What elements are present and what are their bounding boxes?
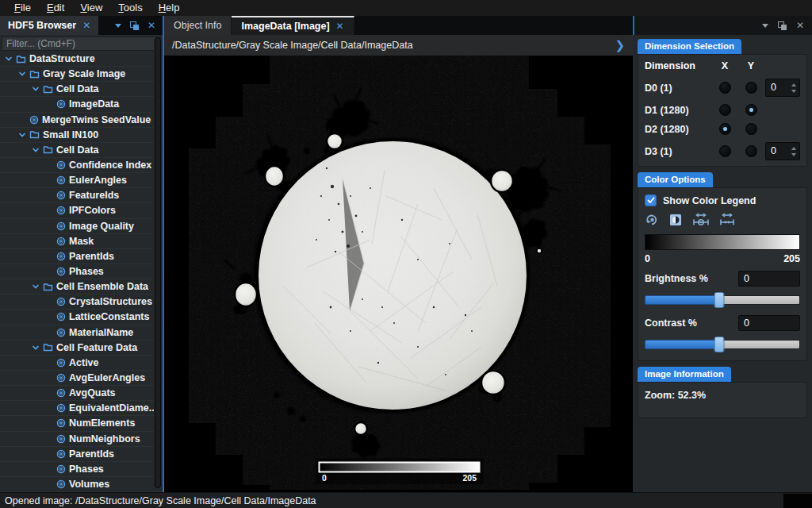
tree-item[interactable]: Cell Ensemble Data <box>0 279 163 294</box>
tree-item[interactable]: EulerAngles <box>0 173 163 188</box>
contrast-slider[interactable] <box>645 336 800 353</box>
tree-item[interactable]: NumElements <box>0 416 163 431</box>
dataset-icon <box>56 373 66 383</box>
chevron-down-icon[interactable] <box>32 146 40 154</box>
tree-item[interactable]: NumNeighbors <box>0 432 163 447</box>
contrast-value[interactable]: 0 <box>738 315 800 331</box>
scale-range-icon[interactable] <box>719 213 735 227</box>
tree-item[interactable]: AvgQuats <box>0 386 163 401</box>
reset-view-icon[interactable] <box>645 213 659 227</box>
tree-item[interactable]: Phases <box>0 264 163 279</box>
dimension-spinbox[interactable]: 0 <box>765 79 800 97</box>
y-radio-button[interactable] <box>745 123 757 135</box>
float-panel-icon[interactable] <box>130 21 139 30</box>
dataset-icon <box>56 160 66 170</box>
tree-item[interactable]: ImageData <box>0 97 163 112</box>
spin-down-icon[interactable] <box>791 153 796 156</box>
spin-up-icon[interactable] <box>791 83 796 87</box>
slider-handle[interactable] <box>714 292 725 308</box>
menu-tools[interactable]: Tools <box>110 0 150 16</box>
dataset-icon <box>56 388 66 398</box>
menu-file[interactable]: File <box>6 0 39 16</box>
close-icon[interactable]: ✕ <box>796 20 804 31</box>
tree-item[interactable]: Phases <box>0 462 163 477</box>
tab-imagedata[interactable]: ImageData [Image] ✕ <box>232 16 354 35</box>
tree-item[interactable]: Confidence Index <box>0 158 163 173</box>
float-panel-icon[interactable] <box>778 21 787 30</box>
document-tab-bar: Object Info ImageData [Image] ✕ <box>164 16 633 35</box>
menu-view[interactable]: View <box>72 0 110 16</box>
tree-item[interactable]: ParentIds <box>0 249 163 264</box>
tree-item[interactable]: Volumes <box>0 477 163 492</box>
chevron-down-icon[interactable] <box>32 85 40 93</box>
tree-item-label: NumElements <box>69 418 135 429</box>
tree-item[interactable]: Cell Data <box>0 82 163 97</box>
tab-object-info[interactable]: Object Info <box>164 16 232 35</box>
menu-help[interactable]: Help <box>151 0 188 16</box>
scrollbar-thumb[interactable] <box>155 37 161 488</box>
tree-item[interactable]: Active <box>0 356 163 371</box>
tree-item[interactable]: MaterialName <box>0 325 163 341</box>
tree-item[interactable]: LatticeConstants <box>0 310 163 325</box>
tree-item[interactable]: Cell Feature Data <box>0 341 163 356</box>
x-radio-button[interactable] <box>719 145 731 157</box>
tree-item[interactable]: EquivalentDiame... <box>0 401 163 416</box>
tree-item-label: ImageData <box>69 98 119 110</box>
chevron-down-icon[interactable] <box>115 24 121 28</box>
close-icon[interactable]: ✕ <box>147 20 155 31</box>
spin-down-icon[interactable] <box>791 90 796 93</box>
dataset-icon <box>56 464 66 474</box>
tree-item[interactable]: AvgEulerAngles <box>0 371 163 386</box>
chevron-down-icon[interactable] <box>5 55 13 63</box>
tree-item[interactable]: Image Quality <box>0 219 163 234</box>
tree-item[interactable]: Cell Data <box>0 143 163 158</box>
spin-up-icon[interactable] <box>791 147 796 150</box>
hdf5-browser-tab-label: HDF5 Browser <box>8 20 76 31</box>
chevron-down-icon[interactable] <box>762 24 768 28</box>
tree-item[interactable]: ParentIds <box>0 447 163 462</box>
chevron-down-icon[interactable] <box>18 70 26 78</box>
y-radio-button[interactable] <box>745 82 757 94</box>
tree-scrollbar[interactable] <box>154 37 162 489</box>
tree-item-label: Small IN100 <box>43 129 98 140</box>
tree-item-label: Active <box>69 357 99 368</box>
tree-item[interactable]: Small IN100 <box>0 128 163 143</box>
filter-input[interactable]: Filter... (Cmd+F) <box>2 37 161 51</box>
image-viewport[interactable]: 0 205 <box>164 56 633 492</box>
dataset-icon <box>56 328 66 337</box>
gradient-min-label: 0 <box>645 253 650 264</box>
hdf5-browser-tab[interactable]: HDF5 Browser ✕ <box>0 16 98 35</box>
tree-item[interactable]: Gray Scale Image <box>0 67 163 82</box>
tree-item[interactable]: CrystalStructures <box>0 294 163 310</box>
x-radio-button[interactable] <box>719 104 731 116</box>
tree-item[interactable]: IPFColors <box>0 203 163 218</box>
tree-item-label: Mask <box>69 236 94 247</box>
chevron-down-icon[interactable] <box>18 131 26 139</box>
tree-item[interactable]: Mask <box>0 234 163 249</box>
menu-edit[interactable]: Edit <box>39 0 72 16</box>
fit-range-icon[interactable] <box>692 213 710 227</box>
slider-handle[interactable] <box>714 337 725 352</box>
tree-item-label: Cell Data <box>56 83 99 94</box>
show-color-legend-checkbox[interactable] <box>645 194 657 206</box>
y-radio-button[interactable] <box>745 104 757 116</box>
hdf5-browser-panel: Filter... (Cmd+F) DataStructureGray Scal… <box>0 35 164 492</box>
invert-colors-icon[interactable] <box>668 213 683 227</box>
close-icon[interactable]: ✕ <box>336 21 344 32</box>
tree-item[interactable]: DataStructure <box>0 52 163 67</box>
close-icon[interactable]: ✕ <box>82 20 90 31</box>
y-radio-button[interactable] <box>745 145 757 157</box>
x-radio-button[interactable] <box>719 123 731 135</box>
chevron-down-icon[interactable] <box>32 283 40 291</box>
brightness-value[interactable]: 0 <box>738 271 800 287</box>
x-radio-button[interactable] <box>719 82 731 94</box>
top-strip: HDF5 Browser ✕ ✕ Object Info ImageData [… <box>0 16 812 35</box>
brightness-slider[interactable] <box>645 291 800 309</box>
dimension-spinbox[interactable]: 0 <box>765 142 800 160</box>
tree-item[interactable]: MergeTwins SeedValue <box>0 113 163 128</box>
resize-grip[interactable] <box>783 494 812 508</box>
breadcrumb: /DataStructure/Gray Scale Image/Cell Dat… <box>172 40 615 51</box>
tree-item[interactable]: FeatureIds <box>0 188 163 203</box>
chevron-down-icon[interactable] <box>32 344 40 352</box>
chevron-right-icon[interactable]: ❯ <box>615 38 625 52</box>
